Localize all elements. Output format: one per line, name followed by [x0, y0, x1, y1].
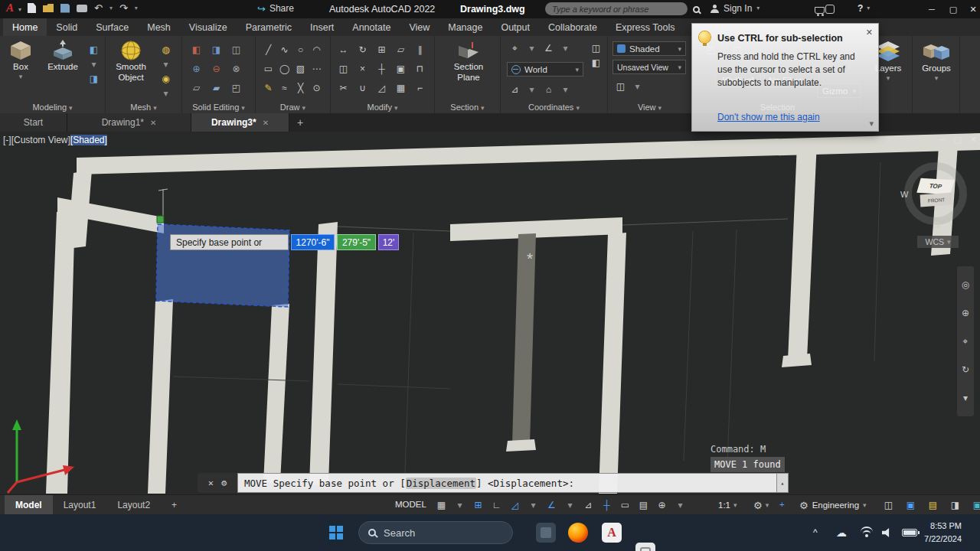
- tab-insert[interactable]: Insert: [301, 18, 343, 36]
- status-right-icon-2[interactable]: ▤: [925, 498, 941, 513]
- file-tab-drawing1[interactable]: Drawing1* ✕: [67, 113, 191, 132]
- status-toggle-icon-1[interactable]: ▾: [452, 498, 468, 513]
- modeling-side-icon-1[interactable]: ▾: [86, 57, 102, 71]
- firefox-icon[interactable]: [568, 523, 588, 543]
- wifi-icon[interactable]: [861, 514, 873, 551]
- modify-icon-3[interactable]: ▱: [393, 42, 409, 57]
- tab-view[interactable]: View: [400, 18, 439, 36]
- status-toggle-icon-11[interactable]: ▤: [635, 498, 652, 513]
- tab-home[interactable]: Home: [3, 18, 47, 36]
- viewport-controls[interactable]: [-][Custom View][Shaded]: [3, 135, 107, 145]
- modify-icon-14[interactable]: ⌐: [412, 80, 428, 95]
- modify-icon-4[interactable]: ∥: [412, 42, 428, 57]
- wcs-dropdown[interactable]: WCS▾: [917, 236, 959, 248]
- modeling-side-icon-0[interactable]: ◧: [86, 42, 102, 57]
- solid-editing-icon-2[interactable]: ◫: [228, 42, 244, 57]
- app-store-cart-icon[interactable]: [815, 7, 825, 14]
- minimize-button[interactable]: ─: [922, 0, 942, 18]
- status-right-icon-0[interactable]: ◫: [880, 498, 897, 513]
- draw-panel-label[interactable]: Draw ▾: [256, 103, 330, 112]
- file-tab-drawing3[interactable]: Drawing3* ✕: [191, 113, 289, 132]
- modify-icon-12[interactable]: ◿: [374, 80, 390, 95]
- tab-surface[interactable]: Surface: [87, 18, 138, 36]
- modify-icon-11[interactable]: ∪: [354, 80, 371, 95]
- solid-editing-icon-6[interactable]: ▱: [188, 80, 204, 95]
- tab-parametric[interactable]: Parametric: [237, 18, 301, 36]
- viewport-restore-icon[interactable]: ▢: [953, 135, 961, 145]
- restore-button[interactable]: ▢: [943, 0, 963, 18]
- modify-icon-6[interactable]: ×: [354, 61, 371, 76]
- status-toggle-icon-4[interactable]: ◿: [507, 498, 523, 513]
- modify-icon-2[interactable]: ⊞: [374, 42, 390, 57]
- status-toggle-icon-9[interactable]: ┼: [599, 498, 615, 513]
- coord-side-icon-1[interactable]: ◧: [588, 55, 604, 70]
- view-panel-label[interactable]: View ▾: [608, 103, 691, 112]
- new-layout-button[interactable]: +: [161, 495, 188, 515]
- mesh-side-icon-3[interactable]: ▾: [158, 86, 174, 100]
- section-panel-label[interactable]: Section ▾: [435, 103, 500, 112]
- mesh-side-icon-2[interactable]: ◉: [158, 71, 174, 86]
- draw-icon-3[interactable]: ◠: [309, 42, 325, 57]
- tab-solid[interactable]: Solid: [47, 18, 87, 36]
- modify-icon-0[interactable]: ↔: [335, 42, 351, 57]
- solid-editing-icon-1[interactable]: ◨: [208, 42, 224, 57]
- redo-icon[interactable]: ↷: [119, 3, 128, 13]
- status-toggle-icon-12[interactable]: ⊕: [654, 498, 670, 513]
- command-option-displacement[interactable]: Displacement: [406, 478, 476, 489]
- coord-side-icon-0[interactable]: ◫: [588, 41, 604, 55]
- status-toggle-icon-13[interactable]: ▾: [672, 498, 688, 513]
- solid-editing-icon-4[interactable]: ⊖: [208, 61, 224, 76]
- crosshair-toggle[interactable]: +: [779, 500, 785, 509]
- coord-icon-1[interactable]: ▾: [524, 41, 540, 55]
- redo-dropdown-icon[interactable]: ▾: [135, 5, 138, 11]
- tray-chevron[interactable]: ^: [813, 514, 818, 551]
- tooltip-close-icon[interactable]: ✕: [866, 28, 873, 37]
- status-toggle-icon-8[interactable]: ⊿: [580, 498, 596, 513]
- modify-panel-label[interactable]: Modify ▾: [331, 103, 434, 112]
- modify-icon-13[interactable]: ▦: [393, 80, 409, 95]
- command-input[interactable]: MOVE Specify base point or [Displacement…: [237, 473, 777, 493]
- view-icon-1[interactable]: ▾: [629, 79, 645, 93]
- status-toggle-icon-3[interactable]: ∟: [488, 498, 505, 513]
- tab-mesh[interactable]: Mesh: [138, 18, 180, 36]
- viewport-close-icon[interactable]: ✕: [970, 135, 977, 145]
- compass-west-label[interactable]: W: [900, 190, 908, 199]
- close-drawing1-icon[interactable]: ✕: [150, 119, 156, 127]
- status-right-icon-1[interactable]: ▣: [903, 498, 919, 513]
- coord-icon-3[interactable]: ▾: [557, 41, 573, 55]
- solid-editing-icon-3[interactable]: ⊕: [188, 61, 204, 76]
- new-file-icon[interactable]: [28, 3, 36, 13]
- modeling-panel-label[interactable]: Modeling ▾: [0, 103, 105, 112]
- viewcube-front-face[interactable]: FRONT: [920, 193, 953, 207]
- solid-editing-panel-label[interactable]: Solid Editing ▾: [182, 103, 255, 112]
- tab-collaborate[interactable]: Collaborate: [539, 18, 606, 36]
- autodesk-access-icon[interactable]: [825, 5, 835, 14]
- modify-icon-10[interactable]: ✂: [335, 80, 351, 95]
- tab-express-tools[interactable]: Express Tools: [606, 18, 684, 36]
- status-toggle-icon-7[interactable]: ▾: [562, 498, 578, 513]
- viewcube[interactable]: TOP FRONT W S: [902, 161, 971, 231]
- modify-icon-7[interactable]: ┼: [374, 61, 390, 76]
- help-button[interactable]: ? ▾: [858, 3, 870, 14]
- solid-editing-icon-8[interactable]: ◰: [228, 80, 244, 95]
- command-close-icon[interactable]: ✕: [208, 478, 214, 488]
- task-view-button[interactable]: [536, 523, 556, 543]
- status-toggle-icon-10[interactable]: ▭: [617, 498, 633, 513]
- solid-editing-icon-7[interactable]: ▰: [208, 80, 224, 95]
- draw-icon-10[interactable]: ╳: [292, 80, 309, 95]
- status-toggle-icon-2[interactable]: ⊞: [470, 498, 486, 513]
- status-right-icon-3[interactable]: ◨: [947, 498, 963, 513]
- layout-tab-model[interactable]: Model: [5, 495, 53, 515]
- coordinates-panel-label[interactable]: Coordinates ▾: [501, 103, 607, 112]
- draw-icon-8[interactable]: ✎: [260, 80, 276, 95]
- volume-icon[interactable]: [882, 514, 893, 551]
- sign-in-button[interactable]: Sign In ▾: [710, 3, 760, 14]
- draw-icon-5[interactable]: ◯: [276, 61, 292, 76]
- coord-icon-2[interactable]: ∠: [541, 41, 557, 55]
- draw-icon-6[interactable]: ▧: [292, 61, 309, 76]
- draw-icon-7[interactable]: ⋯: [309, 61, 325, 76]
- onedrive-cloud-icon[interactable]: ☁: [836, 514, 847, 551]
- navbar-tool-icon-2[interactable]: ⌖: [958, 334, 974, 348]
- coord-icon-b-3[interactable]: ▾: [557, 82, 573, 96]
- solid-editing-icon-0[interactable]: ◧: [188, 42, 204, 57]
